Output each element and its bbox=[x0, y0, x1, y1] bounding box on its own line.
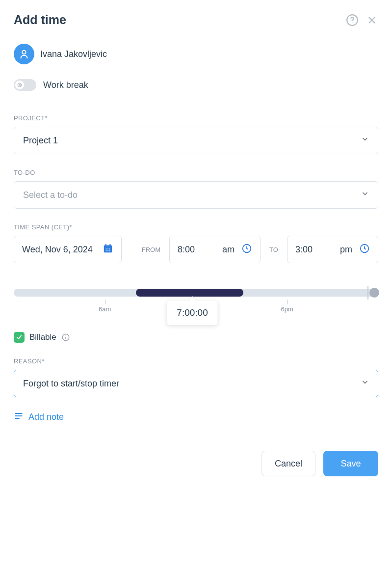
duration-bubble: 7:00:00 bbox=[167, 301, 217, 325]
slider-tick-6pm: 6pm bbox=[281, 305, 293, 313]
calendar-icon bbox=[103, 243, 113, 256]
todo-placeholder: Select a to-do bbox=[23, 190, 78, 200]
chevron-down-icon bbox=[361, 190, 369, 200]
date-input[interactable]: Wed, Nov 6, 2024 bbox=[14, 236, 122, 263]
svg-rect-7 bbox=[109, 244, 110, 246]
svg-rect-6 bbox=[105, 244, 106, 246]
avatar bbox=[14, 44, 34, 64]
note-icon bbox=[14, 411, 24, 423]
to-time-input[interactable]: 3:00 pm bbox=[287, 236, 378, 263]
from-ampm: am bbox=[222, 245, 235, 255]
svg-point-9 bbox=[107, 248, 108, 249]
page-title: Add time bbox=[14, 13, 339, 27]
chevron-down-icon bbox=[361, 136, 369, 146]
todo-label: TO-DO bbox=[14, 169, 378, 176]
billable-label: Billable bbox=[29, 332, 56, 342]
help-icon[interactable] bbox=[346, 14, 359, 27]
date-value: Wed, Nov 6, 2024 bbox=[22, 245, 93, 255]
project-value: Project 1 bbox=[23, 136, 58, 146]
cancel-button[interactable]: Cancel bbox=[261, 451, 315, 476]
todo-select[interactable]: Select a to-do bbox=[14, 181, 378, 209]
svg-point-1 bbox=[352, 22, 352, 23]
slider-range[interactable] bbox=[136, 289, 243, 297]
reason-label: REASON* bbox=[14, 357, 378, 365]
toggle-off-icon bbox=[15, 81, 24, 89]
workbreak-label: Work break bbox=[43, 80, 88, 90]
clock-icon bbox=[241, 243, 252, 256]
workbreak-toggle[interactable] bbox=[14, 79, 36, 91]
user-name: Ivana Jakovljevic bbox=[40, 49, 107, 59]
to-time-value: 3:00 bbox=[295, 245, 313, 255]
time-slider[interactable] bbox=[14, 289, 378, 297]
clock-icon bbox=[359, 243, 370, 256]
svg-point-11 bbox=[105, 250, 106, 251]
add-note-button[interactable]: Add note bbox=[14, 411, 378, 423]
add-note-label: Add note bbox=[28, 412, 64, 422]
save-button[interactable]: Save bbox=[323, 451, 378, 476]
svg-point-10 bbox=[109, 248, 110, 249]
info-icon[interactable] bbox=[61, 333, 70, 342]
reason-value: Forgot to start/stop timer bbox=[23, 379, 119, 389]
slider-tick-6am: 6am bbox=[99, 305, 111, 313]
from-time-input[interactable]: 8:00 am bbox=[169, 236, 261, 263]
svg-point-12 bbox=[107, 250, 108, 251]
svg-point-13 bbox=[109, 250, 110, 251]
to-label: TO bbox=[269, 246, 278, 253]
reason-select[interactable]: Forgot to start/stop timer bbox=[14, 370, 378, 397]
from-time-value: 8:00 bbox=[178, 245, 195, 255]
svg-point-2 bbox=[22, 51, 26, 54]
close-icon[interactable] bbox=[366, 14, 378, 27]
svg-point-8 bbox=[105, 248, 106, 249]
from-label: FROM bbox=[142, 246, 160, 253]
slider-end-marker bbox=[367, 286, 368, 300]
chevron-down-icon bbox=[361, 379, 369, 389]
to-ampm: pm bbox=[340, 245, 352, 255]
slider-end-handle[interactable] bbox=[369, 288, 379, 298]
timespan-label: TIME SPAN (CET)* bbox=[14, 223, 378, 231]
project-select[interactable]: Project 1 bbox=[14, 127, 378, 154]
svg-point-17 bbox=[65, 335, 66, 336]
billable-checkbox[interactable] bbox=[14, 332, 25, 343]
project-label: PROJECT* bbox=[14, 114, 378, 122]
